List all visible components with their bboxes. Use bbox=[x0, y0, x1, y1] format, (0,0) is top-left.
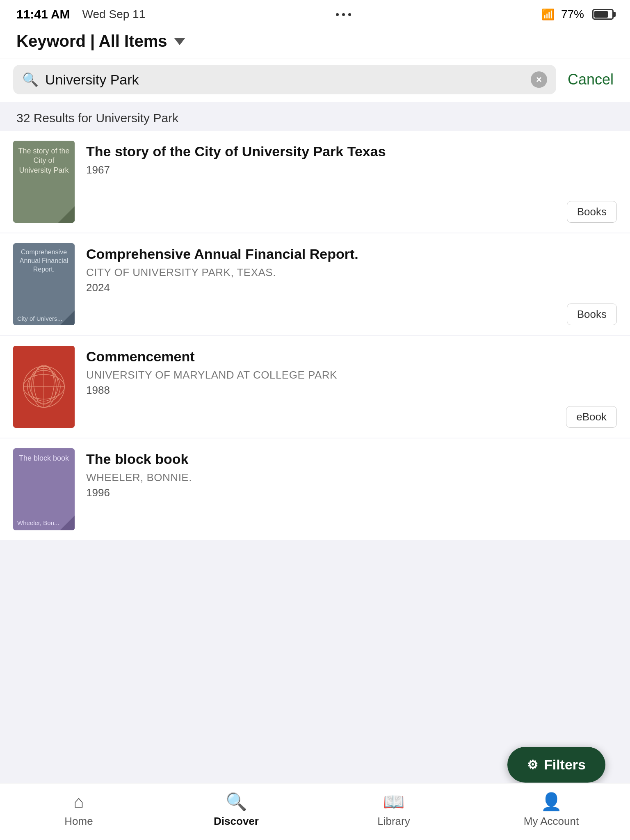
cancel-button[interactable]: Cancel bbox=[564, 71, 617, 88]
item-badge-2: Books bbox=[567, 304, 617, 325]
item-title-1: The story of the City of University Park… bbox=[86, 142, 617, 160]
nav-label-discover: Discover bbox=[214, 815, 259, 828]
item-info-1: The story of the City of University Park… bbox=[86, 141, 617, 223]
dots-menu bbox=[336, 13, 351, 16]
item-info-2: Comprehensive Annual Financial Report. C… bbox=[86, 243, 617, 325]
status-icons: 📶 77% bbox=[541, 8, 614, 21]
search-box[interactable]: 🔍 University Park × bbox=[13, 65, 556, 94]
item-year-1: 1967 bbox=[86, 164, 617, 176]
search-mode-title: Keyword | All Items bbox=[16, 32, 167, 50]
cover-art-1: The story of the City of University Park bbox=[13, 141, 75, 223]
book-cover-1: The story of the City of University Park bbox=[13, 141, 75, 223]
item-title-2: Comprehensive Annual Financial Report. bbox=[86, 245, 617, 263]
item-year-3: 1988 bbox=[86, 384, 617, 397]
wifi-icon: 📶 bbox=[541, 8, 555, 21]
header-title-row[interactable]: Keyword | All Items bbox=[16, 32, 614, 50]
item-info-3: Commencement UNIVERSITY OF MARYLAND AT C… bbox=[86, 346, 617, 428]
cover-art-4: The block book Wheeler, Bon... bbox=[13, 448, 75, 530]
bottom-nav: ⌂ Home 🔍 Discover 📖 Library 👤 My Account bbox=[0, 783, 630, 840]
chevron-down-icon[interactable] bbox=[174, 38, 185, 45]
library-icon: 📖 bbox=[383, 792, 404, 812]
nav-item-library[interactable]: 📖 Library bbox=[357, 792, 431, 828]
cover-bottom-text-4: Wheeler, Bon... bbox=[17, 519, 71, 526]
battery-percentage: 77% bbox=[561, 8, 584, 21]
cover-bottom-text-2: City of Univers... bbox=[17, 315, 71, 322]
list-item[interactable]: Comprehensive Annual Financial Report. C… bbox=[0, 233, 630, 335]
book-cover-3 bbox=[13, 346, 75, 428]
nav-label-home: Home bbox=[64, 815, 93, 828]
cover-text-1: The story of the City of University Park bbox=[17, 146, 71, 219]
home-icon: ⌂ bbox=[73, 792, 84, 812]
filters-label: Filters bbox=[544, 757, 586, 773]
cover-top-text-4: The block book bbox=[17, 454, 71, 463]
item-info-4: The block book WHEELER, BONNIE. 1996 bbox=[86, 448, 617, 530]
search-input[interactable]: University Park bbox=[45, 72, 524, 88]
item-badge-1: Books bbox=[567, 201, 617, 223]
list-item[interactable]: The story of the City of University Park… bbox=[0, 131, 630, 233]
search-container: 🔍 University Park × Cancel bbox=[0, 59, 630, 102]
item-badge-3: eBook bbox=[566, 406, 617, 428]
nav-item-home[interactable]: ⌂ Home bbox=[42, 792, 116, 828]
results-header: 32 Results for University Park bbox=[0, 102, 630, 131]
item-year-2: 2024 bbox=[86, 281, 617, 294]
item-subtitle-4: WHEELER, BONNIE. bbox=[86, 471, 617, 484]
book-cover-4: The block book Wheeler, Bon... bbox=[13, 448, 75, 530]
cover-top-text-2: Comprehensive Annual Financial Report. bbox=[17, 248, 71, 274]
filters-icon: ⚙ bbox=[527, 758, 538, 772]
list-item[interactable]: Commencement UNIVERSITY OF MARYLAND AT C… bbox=[0, 336, 630, 438]
cover-art-2: Comprehensive Annual Financial Report. C… bbox=[13, 243, 75, 325]
battery-icon bbox=[592, 9, 614, 20]
status-time: 11:41 AM bbox=[16, 7, 70, 21]
results-count: 32 Results for University Park bbox=[16, 111, 178, 125]
search-icon: 🔍 bbox=[22, 72, 39, 87]
nav-item-myaccount[interactable]: 👤 My Account bbox=[514, 792, 588, 828]
discover-icon: 🔍 bbox=[226, 792, 247, 812]
item-subtitle-2: CITY OF UNIVERSITY PARK, TEXAS. bbox=[86, 266, 617, 279]
nav-label-myaccount: My Account bbox=[524, 815, 579, 828]
header: Keyword | All Items bbox=[0, 25, 630, 59]
person-icon: 👤 bbox=[541, 792, 562, 812]
cover-design-svg-3 bbox=[17, 360, 71, 413]
filters-button[interactable]: ⚙ Filters bbox=[507, 747, 605, 783]
item-year-4: 1996 bbox=[86, 486, 617, 499]
status-date: Wed Sep 11 bbox=[82, 8, 146, 21]
list-item[interactable]: The block book Wheeler, Bon... The block… bbox=[0, 438, 630, 540]
nav-label-library: Library bbox=[377, 815, 410, 828]
item-title-4: The block book bbox=[86, 450, 617, 468]
nav-item-discover[interactable]: 🔍 Discover bbox=[199, 792, 273, 828]
book-cover-2: Comprehensive Annual Financial Report. C… bbox=[13, 243, 75, 325]
item-title-3: Commencement bbox=[86, 347, 617, 365]
results-list: The story of the City of University Park… bbox=[0, 131, 630, 540]
clear-search-button[interactable]: × bbox=[531, 71, 547, 88]
item-subtitle-3: UNIVERSITY OF MARYLAND AT COLLEGE PARK bbox=[86, 369, 617, 381]
status-bar: 11:41 AM Wed Sep 11 📶 77% bbox=[0, 0, 630, 25]
cover-art-3 bbox=[13, 346, 75, 428]
